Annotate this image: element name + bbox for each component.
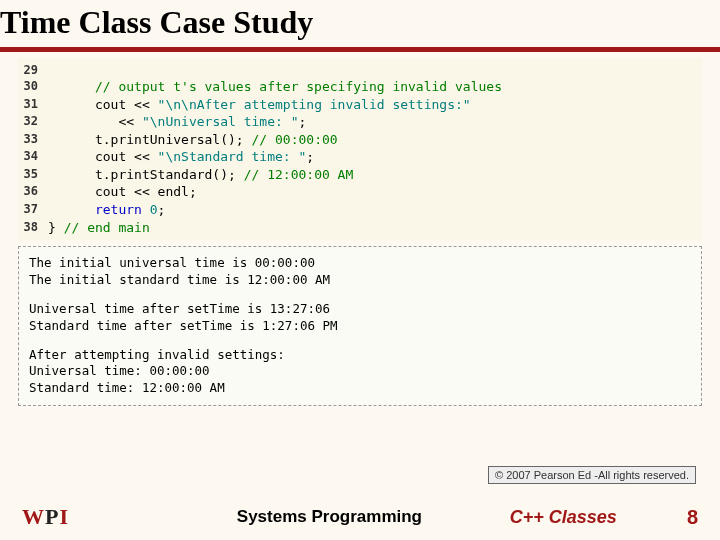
slide-title-bar: Time Class Case Study (0, 0, 720, 47)
footer-course: Systems Programming (109, 507, 550, 527)
code-line: 32 << "\nUniversal time: "; (18, 113, 696, 131)
line-number: 36 (18, 183, 48, 201)
code-line: 30 // output t's values after specifying… (18, 78, 696, 96)
slide-number: 8 (687, 506, 698, 529)
code-listing: 2930 // output t's values after specifyi… (18, 58, 702, 240)
output-line: Standard time: 12:00:00 AM (29, 380, 691, 397)
line-number: 29 (18, 62, 48, 78)
wpi-logo: WPI (22, 504, 69, 530)
line-number: 32 (18, 113, 48, 131)
code-line: 38} // end main (18, 219, 696, 237)
line-number: 33 (18, 131, 48, 149)
code-line: 34 cout << "\nStandard time: "; (18, 148, 696, 166)
slide-footer: WPI Systems Programming C++ Classes 8 (0, 504, 720, 530)
line-number: 31 (18, 96, 48, 114)
code-text: cout << endl; (48, 183, 197, 201)
output-line: Universal time after setTime is 13:27:06 (29, 301, 691, 318)
code-line: 35 t.printStandard(); // 12:00:00 AM (18, 166, 696, 184)
code-text: cout << "\n\nAfter attempting invalid se… (48, 96, 471, 114)
code-text: t.printUniversal(); // 00:00:00 (48, 131, 338, 149)
title-underline (0, 47, 720, 52)
code-text: cout << "\nStandard time: "; (48, 148, 314, 166)
line-number: 35 (18, 166, 48, 184)
code-text: // output t's values after specifying in… (48, 78, 502, 96)
code-text: } // end main (48, 219, 150, 237)
line-number: 34 (18, 148, 48, 166)
line-number: 30 (18, 78, 48, 96)
line-number: 37 (18, 201, 48, 219)
code-line: 33 t.printUniversal(); // 00:00:00 (18, 131, 696, 149)
output-line: The initial standard time is 12:00:00 AM (29, 272, 691, 289)
code-line: 37 return 0; (18, 201, 696, 219)
code-text: << "\nUniversal time: "; (48, 113, 306, 131)
code-line: 31 cout << "\n\nAfter attempting invalid… (18, 96, 696, 114)
output-line: Universal time: 00:00:00 (29, 363, 691, 380)
output-line: The initial universal time is 00:00:00 (29, 255, 691, 272)
code-text: return 0; (48, 201, 165, 219)
code-text: t.printStandard(); // 12:00:00 AM (48, 166, 353, 184)
line-number: 38 (18, 219, 48, 237)
slide-title: Time Class Case Study (0, 4, 720, 41)
code-line: 29 (18, 62, 696, 78)
output-line: After attempting invalid settings: (29, 347, 691, 364)
code-line: 36 cout << endl; (18, 183, 696, 201)
copyright-notice: © 2007 Pearson Ed -All rights reserved. (488, 466, 696, 484)
output-line: Standard time after setTime is 1:27:06 P… (29, 318, 691, 335)
program-output: The initial universal time is 00:00:00 T… (18, 246, 702, 406)
